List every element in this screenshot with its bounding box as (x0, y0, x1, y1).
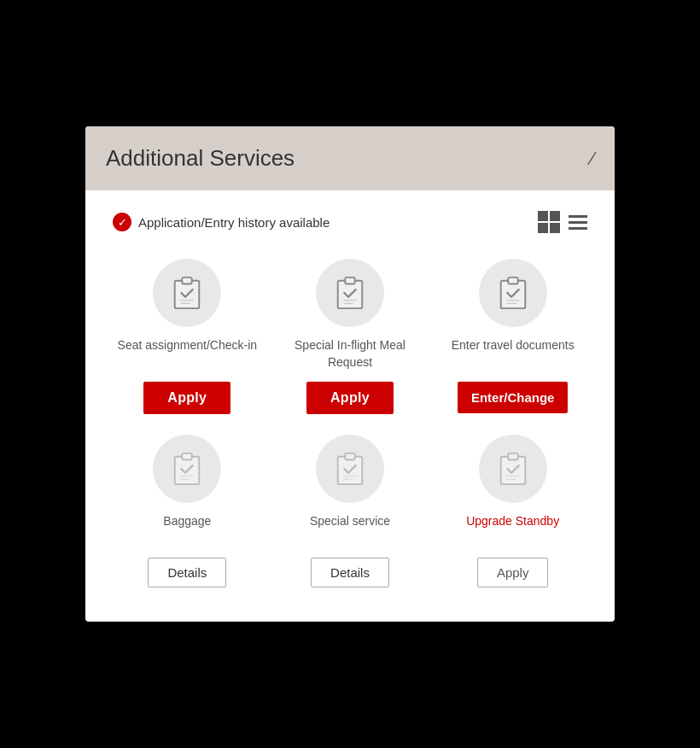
svg-rect-21 (508, 453, 517, 460)
status-bar: ✓ Application/Entry history available (113, 211, 587, 233)
upgrade-clipboard-icon (498, 452, 528, 486)
grid-view-button[interactable] (538, 211, 560, 233)
svg-rect-17 (345, 453, 354, 460)
svg-rect-5 (345, 278, 354, 284)
travel-docs-label: Enter travel documents (452, 337, 575, 371)
baggage-details-button[interactable]: Details (148, 558, 226, 587)
grid-cell-2 (550, 211, 560, 221)
close-icon[interactable]: ∕ (591, 149, 594, 168)
upgrade-apply-button[interactable]: Apply (477, 558, 549, 587)
list-view-button[interactable] (569, 215, 587, 230)
special-service-clipboard-icon (335, 452, 365, 486)
service-travel-docs: Enter travel documents Enter/Change (438, 259, 587, 414)
travel-docs-clipboard-icon (498, 276, 528, 310)
seat-apply-button[interactable]: Apply (143, 382, 230, 414)
service-upgrade: Upgrade Standby Apply (438, 435, 587, 587)
baggage-clipboard-icon (172, 452, 202, 486)
grid-cell-1 (538, 211, 548, 221)
services-grid: Seat assignment/Check-in Apply Special I… (113, 259, 587, 587)
meal-clipboard-icon (335, 276, 365, 310)
service-meal: Special In-flight Meal Request Apply (276, 259, 425, 414)
special-service-icon-circle (316, 435, 384, 503)
status-label: Application/Entry history available (138, 215, 330, 230)
svg-rect-1 (183, 278, 192, 284)
list-line-1 (569, 215, 587, 218)
service-seat: Seat assignment/Check-in Apply (113, 259, 262, 414)
upgrade-label: Upgrade Standby (466, 513, 559, 547)
seat-clipboard-icon (172, 276, 202, 310)
meal-apply-button[interactable]: Apply (306, 382, 394, 414)
special-service-label: Special service (310, 513, 390, 547)
special-service-details-button[interactable]: Details (311, 558, 389, 587)
list-line-3 (569, 227, 587, 230)
grid-cell-4 (550, 223, 560, 233)
baggage-label: Baggage (163, 513, 211, 547)
meal-icon-circle (316, 259, 384, 327)
travel-docs-enter-button[interactable]: Enter/Change (458, 382, 569, 413)
svg-rect-13 (183, 453, 192, 460)
additional-services-modal: Additional Services ∕ ✓ Application/Entr… (85, 126, 615, 622)
service-baggage: Baggage Details (113, 435, 262, 587)
modal-body: ✓ Application/Entry history available (85, 190, 615, 622)
upgrade-icon-circle (479, 435, 547, 503)
svg-rect-9 (508, 278, 517, 284)
modal-title: Additional Services (106, 145, 295, 172)
meal-label: Special In-flight Meal Request (276, 337, 425, 371)
list-line-2 (569, 221, 587, 224)
travel-docs-icon-circle (479, 259, 547, 327)
check-icon: ✓ (113, 213, 131, 231)
seat-label: Seat assignment/Check-in (118, 337, 257, 371)
seat-icon-circle (153, 259, 221, 327)
modal-header: Additional Services ∕ (85, 126, 615, 190)
baggage-icon-circle (153, 435, 221, 503)
service-special-service: Special service Details (276, 435, 425, 587)
grid-cell-3 (538, 223, 548, 233)
status-text: ✓ Application/Entry history available (113, 213, 330, 231)
view-toggle-group (538, 211, 587, 233)
